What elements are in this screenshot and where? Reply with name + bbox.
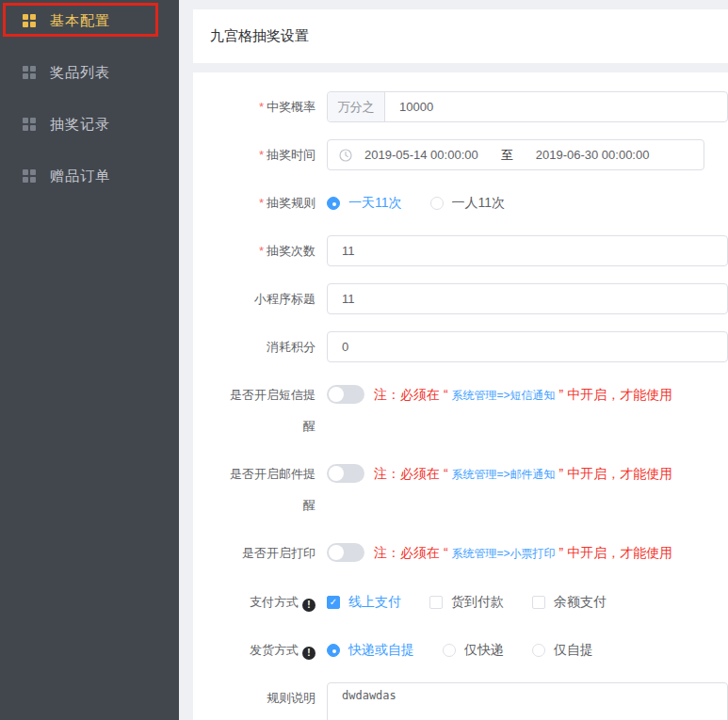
checkbox-icon: ✓: [429, 596, 443, 609]
start-date-value: 2019-05-14 00:00:00: [364, 148, 478, 162]
sidebar-item-label: 赠品订单: [50, 168, 110, 185]
form-row-points: 消耗积分 0: [193, 331, 728, 362]
email-toggle[interactable]: [327, 464, 364, 483]
form-row-draw-count: *抽奖次数 11: [193, 235, 728, 266]
sidebar-item-label: 奖品列表: [50, 64, 110, 82]
form-row-print-toggle: 是否开启打印 注：必须在 “系统管理=>小票打印” 中开启，才能使用: [193, 537, 728, 569]
checkbox-online-pay[interactable]: ✓ 线上支付: [327, 594, 401, 611]
title-card: 九宫格抽奖设置: [193, 9, 728, 63]
radio-icon: [532, 644, 545, 657]
radio-pickup-only[interactable]: 仅自提: [532, 642, 593, 659]
radio-icon: [327, 644, 340, 657]
points-label: 消耗积分: [193, 331, 327, 362]
radio-icon: [443, 644, 456, 657]
form-row-probability: *中奖概率 万分之 10000: [193, 91, 728, 122]
probability-input[interactable]: 万分之 10000: [327, 91, 728, 122]
print-note: 注：必须在 “系统管理=>小票打印” 中开启，才能使用: [374, 537, 672, 569]
form-row-rules-desc: 规则说明 dwdawdas: [193, 682, 728, 720]
email-settings-link[interactable]: 系统管理=>邮件通知: [452, 468, 556, 481]
sidebar-item-label: 抽奖记录: [50, 116, 110, 134]
sidebar-item-basic-config[interactable]: 基本配置: [0, 2, 179, 40]
form-row-mini-title: 小程序标题 11: [193, 283, 728, 314]
main-content: 九宫格抽奖设置 *中奖概率 万分之 10000 *抽奖时间 201: [179, 0, 728, 720]
required-asterisk: *: [259, 148, 264, 162]
grid-icon: [23, 169, 37, 184]
rules-desc-label: 规则说明: [193, 682, 327, 720]
print-label: 是否开启打印: [193, 537, 327, 569]
date-range-picker[interactable]: 2019-05-14 00:00:00 至 2019-06-30 00:00:0…: [327, 139, 704, 170]
print-toggle[interactable]: [327, 543, 364, 562]
points-input[interactable]: 0: [327, 331, 728, 362]
required-asterisk: *: [259, 100, 264, 114]
date-range-separator: 至: [501, 147, 513, 164]
form-row-payment: 支付方式! ✓ 线上支付 ✓ 货到付款 ✓ 余额支付: [193, 586, 728, 617]
checkbox-icon: ✓: [327, 596, 340, 609]
radio-express-or-pickup[interactable]: 快递或自提: [327, 642, 414, 659]
page-title: 九宫格抽奖设置: [210, 27, 309, 45]
sidebar-item-label: 基本配置: [50, 12, 110, 30]
probability-label: *中奖概率: [193, 91, 327, 122]
draw-rule-label: *抽奖规则: [193, 187, 327, 218]
form-row-sms-toggle: 是否开启短信提醒 注：必须在 “系统管理=>短信通知” 中开启，才能使用: [193, 379, 728, 441]
points-value: 0: [328, 340, 348, 354]
radio-icon: [327, 197, 340, 210]
email-note: 注：必须在 “系统管理=>邮件通知” 中开启，才能使用: [374, 458, 672, 490]
sms-note: 注：必须在 “系统管理=>短信通知” 中开启，才能使用: [374, 379, 672, 411]
draw-time-label: *抽奖时间: [193, 139, 327, 170]
sms-settings-link[interactable]: 系统管理=>短信通知: [452, 389, 556, 402]
radio-rule-per-day[interactable]: 一天11次: [327, 195, 402, 212]
checkbox-balance-pay[interactable]: ✓ 余额支付: [532, 594, 607, 611]
rules-desc-textarea[interactable]: dwdawdas: [327, 682, 728, 720]
payment-label: 支付方式!: [193, 586, 327, 617]
payment-info-icon[interactable]: !: [302, 599, 315, 612]
delivery-label: 发货方式!: [193, 634, 327, 665]
delivery-info-icon[interactable]: !: [302, 647, 315, 660]
print-settings-link[interactable]: 系统管理=>小票打印: [452, 547, 556, 560]
sms-label: 是否开启短信提醒: [193, 379, 327, 441]
radio-rule-per-person[interactable]: 一人11次: [430, 195, 506, 212]
checkbox-icon: ✓: [532, 596, 545, 609]
sidebar-item-prize-list[interactable]: 奖品列表: [0, 54, 179, 91]
grid-icon: [23, 118, 37, 132]
draw-count-input[interactable]: 11: [327, 235, 728, 266]
sms-toggle[interactable]: [327, 385, 364, 404]
form-row-email-toggle: 是否开启邮件提醒 注：必须在 “系统管理=>邮件通知” 中开启，才能使用: [193, 458, 728, 520]
probability-value: 10000: [385, 100, 433, 114]
form-row-draw-rule: *抽奖规则 一天11次 一人11次: [193, 187, 728, 218]
settings-form: *中奖概率 万分之 10000 *抽奖时间 2019-05-14 00:00:0…: [193, 72, 728, 720]
rules-desc-value: dwdawdas: [342, 689, 713, 702]
grid-icon: [23, 66, 37, 80]
checkbox-cod[interactable]: ✓ 货到付款: [429, 594, 504, 611]
radio-icon: [430, 197, 444, 210]
radio-express-only[interactable]: 仅快递: [443, 642, 504, 659]
required-asterisk: *: [259, 244, 264, 258]
form-row-delivery: 发货方式! 快递或自提 仅快递 仅自提: [193, 634, 728, 665]
clock-icon: [339, 149, 352, 162]
grid-icon: [23, 14, 37, 28]
required-asterisk: *: [259, 196, 264, 210]
sidebar-item-gift-orders[interactable]: 赠品订单: [0, 157, 179, 195]
draw-count-value: 11: [328, 244, 355, 258]
mini-title-value: 11: [328, 292, 355, 306]
form-row-draw-time: *抽奖时间 2019-05-14 00:00:00 至 2019-06-30 0…: [193, 139, 728, 170]
end-date-value: 2019-06-30 00:00:00: [536, 148, 650, 162]
sidebar-item-draw-records[interactable]: 抽奖记录: [0, 105, 179, 143]
mini-title-input[interactable]: 11: [327, 283, 728, 314]
mini-title-label: 小程序标题: [193, 283, 327, 314]
sidebar: 基本配置 奖品列表 抽奖记录 赠品订单: [0, 0, 179, 720]
probability-prepend: 万分之: [328, 92, 385, 121]
draw-count-label: *抽奖次数: [193, 235, 327, 266]
email-label: 是否开启邮件提醒: [193, 458, 327, 520]
